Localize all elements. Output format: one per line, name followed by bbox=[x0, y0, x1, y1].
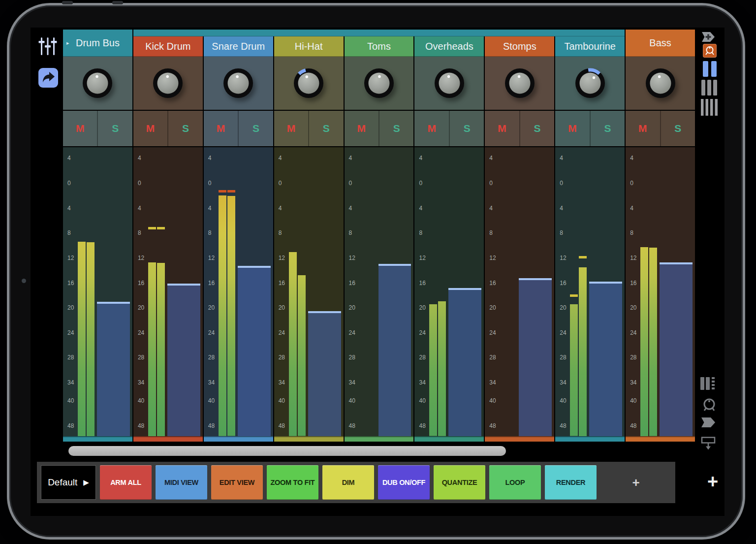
mute-button[interactable]: M bbox=[414, 111, 449, 146]
meter-scale-label: 20 bbox=[560, 304, 566, 311]
macro-button-loop[interactable]: LOOP bbox=[489, 465, 541, 500]
level-meter[interactable]: 40481216202428344048 bbox=[555, 147, 625, 436]
meter-scale-label: 8 bbox=[279, 229, 282, 236]
channel-volume-knob[interactable] bbox=[204, 57, 273, 110]
macro-button-edit-view[interactable]: EDIT VIEW bbox=[211, 465, 263, 500]
level-meter[interactable]: 40481216202428344048 bbox=[274, 147, 344, 436]
meter-scale-label: 48 bbox=[138, 422, 144, 429]
peak-hold-mark bbox=[570, 294, 578, 297]
level-meter[interactable]: 40481216202428344048 bbox=[63, 147, 132, 436]
mixer-channel: ▸ Overheads M S 40481216202428344048 bbox=[414, 30, 484, 442]
macro-button-dub-on-off[interactable]: DUB ON/OFF bbox=[378, 465, 430, 500]
volume-knob-graphic bbox=[644, 67, 677, 99]
mixer-channel: ▸ Bass M S 40481216202428344048 bbox=[626, 30, 695, 442]
channel-color-footer bbox=[204, 436, 273, 442]
channel-header[interactable]: ▸ Overheads bbox=[414, 36, 484, 57]
level-meter[interactable]: 40481216202428344048 bbox=[414, 147, 484, 436]
channel-volume-knob[interactable] bbox=[555, 57, 625, 110]
three-column-view-button[interactable] bbox=[701, 80, 717, 97]
mute-button[interactable]: M bbox=[133, 111, 168, 146]
channel-header[interactable]: ▸ Hi-Hat bbox=[274, 36, 344, 57]
meter-bridge-view-button[interactable] bbox=[700, 376, 717, 393]
channel-name: Drum Bus bbox=[76, 37, 120, 49]
two-column-view-button[interactable] bbox=[703, 61, 717, 79]
add-toolbar-button[interactable]: + bbox=[702, 471, 724, 492]
channel-header[interactable]: ▸ Snare Drum bbox=[204, 36, 273, 57]
meter-bar-left bbox=[640, 247, 648, 436]
macro-button-zoom-to-fit[interactable]: ZOOM TO FIT bbox=[267, 465, 318, 500]
volume-fader-bar[interactable] bbox=[308, 311, 341, 436]
solo-button[interactable]: S bbox=[661, 111, 695, 146]
preset-selector-button[interactable]: Default ▶ bbox=[41, 465, 96, 500]
level-meter[interactable]: 40481216202428344048 bbox=[345, 147, 414, 436]
mute-button[interactable]: M bbox=[555, 111, 590, 146]
mute-button[interactable]: M bbox=[485, 111, 520, 146]
solo-button[interactable]: S bbox=[450, 111, 484, 146]
meter-bar-right bbox=[227, 196, 235, 436]
volume-fader-bar[interactable] bbox=[238, 266, 271, 436]
channel-header[interactable]: ▸ Bass bbox=[626, 30, 695, 57]
add-macro-button[interactable]: + bbox=[600, 475, 671, 490]
channel-header[interactable]: ▸ Stomps bbox=[485, 36, 554, 57]
channel-volume-knob[interactable] bbox=[345, 57, 414, 110]
meter-bar-right bbox=[87, 242, 94, 436]
channel-volume-knob[interactable] bbox=[63, 57, 132, 110]
volume-fader-bar[interactable] bbox=[97, 302, 130, 436]
level-meter[interactable]: 40481216202428344048 bbox=[133, 147, 203, 436]
mixer-sliders-icon[interactable] bbox=[37, 35, 59, 57]
channel-volume-knob[interactable] bbox=[133, 57, 203, 110]
solo-button[interactable]: S bbox=[309, 111, 343, 146]
channel-volume-knob[interactable] bbox=[274, 57, 344, 110]
level-meter[interactable]: 40481216202428344048 bbox=[204, 147, 273, 436]
solo-button[interactable]: S bbox=[591, 111, 625, 146]
mute-button[interactable]: M bbox=[204, 111, 239, 146]
volume-fader-bar[interactable] bbox=[167, 284, 200, 436]
volume-knob-graphic bbox=[574, 67, 606, 99]
solo-button[interactable]: S bbox=[379, 111, 413, 146]
knob-mixer-view-button[interactable] bbox=[703, 44, 717, 58]
macro-toolbar: Default ▶ ARM ALLMIDI VIEWEDIT VIEWZOOM … bbox=[37, 462, 675, 503]
knob-view-button[interactable] bbox=[702, 397, 717, 414]
insert-row-button[interactable] bbox=[700, 437, 717, 452]
solo-button[interactable]: S bbox=[98, 111, 132, 146]
snapshot-add-icon[interactable] bbox=[701, 31, 716, 45]
volume-fader-bar[interactable] bbox=[378, 264, 411, 436]
solo-button[interactable]: S bbox=[168, 111, 202, 146]
volume-fader-bar[interactable] bbox=[448, 288, 481, 436]
level-meter[interactable]: 40481216202428344048 bbox=[485, 147, 554, 436]
four-column-view-button[interactable] bbox=[701, 99, 718, 118]
channel-volume-knob[interactable] bbox=[485, 57, 554, 110]
mute-solo-row: M S bbox=[274, 110, 344, 147]
macro-button-render[interactable]: RENDER bbox=[545, 465, 597, 500]
meter-scale-label: 34 bbox=[560, 379, 566, 386]
macro-button-dim[interactable]: DIM bbox=[322, 465, 374, 500]
share-forward-button[interactable] bbox=[38, 68, 58, 88]
meter-scale-label: 0 bbox=[67, 180, 71, 187]
channel-volume-knob[interactable] bbox=[414, 57, 484, 110]
horizontal-scrollbar[interactable] bbox=[68, 446, 506, 456]
channel-header[interactable]: ▸ Drum Bus bbox=[63, 30, 132, 57]
channel-header[interactable]: ▸ Kick Drum bbox=[133, 36, 203, 57]
macro-button-midi-view[interactable]: MIDI VIEW bbox=[156, 465, 207, 500]
volume-fader-bar[interactable] bbox=[660, 262, 693, 436]
solo-button[interactable]: S bbox=[239, 111, 273, 146]
channel-volume-knob[interactable] bbox=[626, 57, 695, 110]
channel-header[interactable]: ▸ Tambourine bbox=[555, 36, 625, 57]
volume-fader-bar[interactable] bbox=[589, 282, 622, 436]
meter-scale-label: 4 bbox=[489, 155, 493, 161]
macro-button-arm-all[interactable]: ARM ALL bbox=[100, 465, 152, 500]
mute-button[interactable]: M bbox=[63, 111, 98, 146]
mute-button[interactable]: M bbox=[345, 111, 379, 146]
meter-scale-label: 34 bbox=[138, 379, 144, 386]
banner-view-button[interactable] bbox=[701, 417, 716, 430]
mute-button[interactable]: M bbox=[626, 111, 661, 146]
macro-button-quantize[interactable]: QUANTIZE bbox=[434, 465, 485, 500]
meter-scale-label: 40 bbox=[630, 397, 636, 404]
meter-scale-label: 8 bbox=[419, 229, 422, 236]
meter-scale-label: 40 bbox=[279, 397, 285, 404]
level-meter[interactable]: 40481216202428344048 bbox=[626, 147, 695, 436]
channel-header[interactable]: ▸ Toms bbox=[345, 36, 414, 57]
solo-button[interactable]: S bbox=[520, 111, 554, 146]
volume-fader-bar[interactable] bbox=[519, 278, 552, 436]
mute-button[interactable]: M bbox=[274, 111, 309, 146]
